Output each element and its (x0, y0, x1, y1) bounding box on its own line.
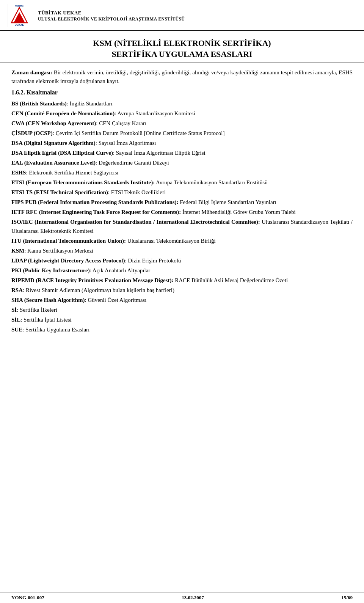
abbr-dsa-eliptic: DSA Eliptik Eğrisi (DSA Elliptical Curve… (11, 148, 353, 157)
footer-doc-id: YONG-001-007 (11, 595, 44, 601)
abbr-cwa: CWA (CEN Workshop Agreement): CEN Çalışt… (11, 119, 353, 128)
abbr-etsi: ETSI (European Telecommunications Standa… (11, 178, 353, 187)
abbr-eal: EAL (Evaluation Assurance Level): Değerl… (11, 158, 353, 167)
zaman-label: Zaman damgası: (11, 69, 52, 75)
abbr-ldap: LDAP (Lightweight Directory Access Proto… (11, 256, 353, 265)
svg-text:UEKAE: UEKAE (15, 24, 24, 26)
abbr-cisdup: ÇİSDUP (OCSP): Çevrim İçi Sertifika Duru… (11, 129, 353, 138)
abbr-itu: ITU (International Telecommunication Uni… (11, 236, 353, 245)
abbr-si: Sİ: Sertifika İlkeleri (11, 305, 353, 314)
logo-area: UEKAE TÜBİTAK (8, 4, 31, 27)
abbr-rsa: RSA: Rivest Shamir Adleman (Algoritmayı … (11, 286, 353, 295)
abbreviations-block: BS (British Standards): İngiliz Standart… (11, 99, 353, 334)
abbr-sha: SHA (Secure Hash Algorithm): Güvenli Öze… (11, 295, 353, 305)
abbr-ksm: KSM: Kamu Sertifikasyon Merkezi (11, 246, 353, 255)
org-name-line2: ULUSAL ELEKTRONİK VE KRİPTOLOJİ ARAŞTIRM… (38, 17, 185, 21)
main-title-line2: SERTİFİKA UYGULAMA ESASLARI (11, 49, 353, 60)
main-title-block: KSM (NİTELİKLİ ELEKTRONİK SERTİFİKA) SER… (0, 31, 364, 63)
footer-page: 15/69 (341, 595, 353, 601)
page-header: UEKAE TÜBİTAK TÜBİTAK UEKAE ULUSAL ELEKT… (0, 0, 364, 31)
abbr-dsa: DSA (Digital Signature Algorithm): Sayıs… (11, 138, 353, 148)
abbr-bs: BS (British Standards): İngiliz Standart… (11, 99, 353, 108)
abbr-cen: CEN (Comité Européen de Normalisation): … (11, 109, 353, 118)
abbr-sue: SUE: Sertifika Uygulama Esasları (11, 325, 353, 334)
zaman-block: Zaman damgası: Bir elektronik verinin, ü… (11, 68, 353, 85)
content-area: Zaman damgası: Bir elektronik verinin, ü… (0, 63, 364, 592)
abbr-fips: FIPS PUB (Federal Information Processing… (11, 198, 353, 207)
abbr-ripemd: RIPEMD (RACE Integrity Primitives Evalua… (11, 276, 353, 285)
abbr-ietf: IETF RFC (Internet Engineering Task Forc… (11, 207, 353, 217)
header-text: TÜBİTAK UEKAE ULUSAL ELEKTRONİK VE KRİPT… (38, 10, 185, 21)
tubitak-logo: UEKAE TÜBİTAK (8, 4, 31, 27)
zaman-text: Bir elektronik verinin, üretildiği, deği… (11, 69, 353, 84)
main-title-line1: KSM (NİTELİKLİ ELEKTRONİK SERTİFİKA) (11, 38, 353, 49)
abbr-isoiec: ISO/IEC (International Organisation for … (11, 217, 353, 236)
page-footer: YONG-001-007 13.02.2007 15/69 (0, 592, 364, 603)
abbr-pki: PKI (Public Key Infrastructure): Açık An… (11, 266, 353, 275)
footer-date: 13.02.2007 (182, 595, 204, 601)
svg-text:TÜBİTAK: TÜBİTAK (15, 5, 24, 7)
abbr-sil: SİL: Sertifika İptal Listesi (11, 315, 353, 324)
abbr-eshs: ESHS: Elektronik Sertifika Hizmet Sağlay… (11, 168, 353, 177)
section-heading: 1.6.2. Kısaltmalar (11, 89, 353, 96)
org-name-line1: TÜBİTAK UEKAE (38, 10, 185, 16)
abbr-etsi-ts: ETSI TS (ETSI Technical Specification): … (11, 188, 353, 197)
